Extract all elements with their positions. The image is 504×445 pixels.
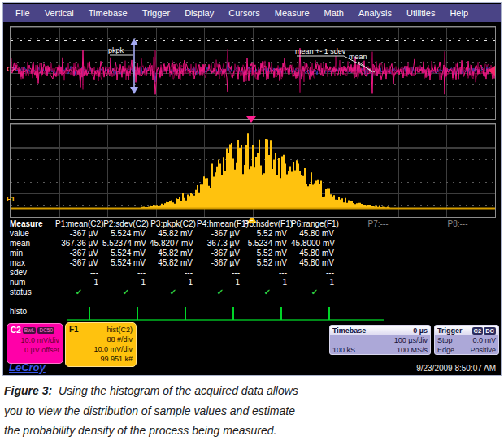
measure-value-p1: -367 µV <box>55 229 102 239</box>
document-page: FileVerticalTimebaseTriggerDisplayCursor… <box>0 0 504 445</box>
measure-col-header-p5: P5:hsdev(F1) <box>244 219 291 229</box>
measure-corner-label: Measure <box>5 219 55 229</box>
measure-max-p4: -367 µV <box>197 258 244 268</box>
caption-line1: Using the histogram of the acquired data… <box>59 384 298 397</box>
histogram-panel[interactable] <box>10 123 496 218</box>
trigger-box[interactable]: Trigger C2 DC Stop 0.0 mV Edge Positive <box>434 325 499 355</box>
timebase-per-div: 100 µs/div <box>394 335 428 345</box>
timebase-samples: 100 kS <box>332 345 355 355</box>
trigger-coupling-badge: DC <box>484 327 496 335</box>
measure-status-p6: ✔ <box>291 287 338 297</box>
measure-row-label-num: num <box>5 278 55 287</box>
measure-col-header-p1: P1:mean(C2) <box>55 219 102 229</box>
c2-trace-label: C2 <box>7 65 16 73</box>
menu-bar: FileVerticalTimebaseTriggerDisplayCursor… <box>3 4 501 22</box>
c2-descriptor-box[interactable]: C2 BwL DC50 10.0 mV/div 0 µV offset <box>7 323 63 364</box>
menu-help[interactable]: Help <box>442 8 476 18</box>
measure-min-p2: 5.524 mV <box>102 248 150 258</box>
menu-timebase[interactable]: Timebase <box>81 8 135 18</box>
measure-value-p7 <box>338 229 418 239</box>
measure-mean-p5: 5.5234 mV <box>244 239 291 248</box>
menu-trigger[interactable]: Trigger <box>135 8 177 18</box>
measure-num-p1: 1 <box>55 278 102 287</box>
measure-sdev-p6: --- <box>291 268 338 278</box>
measure-col-header-p7: P7:--- <box>338 219 418 229</box>
measure-mean-p2: 5.52374 mV <box>102 239 150 248</box>
measure-table: MeasureP1:mean(C2)P2:sdev(C2)P3:pkpk(C2)… <box>5 219 497 297</box>
measure-status-p7 <box>338 287 418 297</box>
measure-num-p5: 1 <box>244 278 291 287</box>
measure-status-p4: ✔ <box>197 287 244 297</box>
menu-utilities[interactable]: Utilities <box>399 8 442 18</box>
measure-row-label-sdev: sdev <box>5 268 55 278</box>
trigger-source-badge: C2 <box>472 327 484 335</box>
measure-num-p6: 1 <box>291 278 338 287</box>
measure-num-p8 <box>418 278 497 287</box>
menu-vertical[interactable]: Vertical <box>37 8 81 18</box>
menu-cursors[interactable]: Cursors <box>221 8 267 18</box>
f1-bin-scale: 88 #/div <box>69 335 133 344</box>
measure-mean-p1: -367.36 µV <box>55 239 102 248</box>
caption-line3: the probability density of the process b… <box>4 421 386 441</box>
menu-analysis[interactable]: Analysis <box>351 8 399 18</box>
measure-min-p5: 5.52 mV <box>244 248 291 258</box>
f1-descriptor-box[interactable]: F1 hist(C2) 88 #/div 10.0 mV/div 99.951 … <box>65 322 137 367</box>
measure-row-label-status: status <box>5 287 55 297</box>
measure-min-p3: 45.82 mV <box>150 248 197 258</box>
lecroy-logo: LeCroy <box>9 361 46 374</box>
oscilloscope-screenshot: FileVerticalTimebaseTriggerDisplayCursor… <box>2 2 502 376</box>
measure-status-p2: ✔ <box>102 287 150 297</box>
histo-sparklines <box>3 304 501 323</box>
measure-status-p1: ✔ <box>55 287 102 297</box>
timebase-rate: 100 MS/s <box>397 345 428 355</box>
menu-measure[interactable]: Measure <box>267 8 317 18</box>
c2-label: C2 <box>11 326 21 335</box>
measure-mean-p3: 45.8207 mV <box>150 239 197 248</box>
measure-sdev-p8 <box>418 268 497 278</box>
menu-display[interactable]: Display <box>177 8 221 18</box>
f1-function: hist(C2) <box>106 325 133 335</box>
measure-min-p4: -367 µV <box>197 248 244 258</box>
measure-sdev-p7 <box>338 268 418 278</box>
menu-math[interactable]: Math <box>317 8 351 18</box>
measure-mean-p6: 45.8000 mV <box>291 239 338 248</box>
measure-value-p8 <box>418 229 497 239</box>
trigger-mode: Stop <box>437 335 453 345</box>
waveform-panel[interactable]: pkpk mean +- 1 sdev mean <box>10 26 496 120</box>
f1-trace-label: F1 <box>7 195 15 203</box>
measure-mean-p8 <box>418 239 497 248</box>
timebase-delay: 0 µs <box>413 326 428 335</box>
measure-max-p6: 45.80 mV <box>291 258 338 268</box>
measure-value-p6: 45.80 mV <box>291 229 338 239</box>
timebase-box[interactable]: Timebase 0 µs 100 µs/div 100 kS 100 MS/s <box>329 325 431 355</box>
measure-value-p2: 5.524 mV <box>102 229 150 239</box>
measure-num-p7 <box>338 278 418 287</box>
measure-col-header-p2: P2:sdev(C2) <box>102 219 150 229</box>
timestamp: 9/23/2009 8:50:07 AM <box>416 364 496 373</box>
f1-h-scale: 10.0 mV/div <box>69 344 133 354</box>
c2-scale: 10.0 mV/div <box>11 335 59 345</box>
trigger-slope: Positive <box>470 345 496 355</box>
caption-line2: you to view the distribution of sample v… <box>4 401 386 421</box>
measure-col-header-p8: P8:--- <box>418 219 497 229</box>
measure-max-p2: 5.524 mV <box>102 258 150 268</box>
measure-sdev-p5: --- <box>244 268 291 278</box>
measure-max-p8 <box>418 258 497 268</box>
measure-status-p5: ✔ <box>244 287 291 297</box>
measure-value-p5: 5.52 mV <box>244 229 291 239</box>
measure-status-p3: ✔ <box>150 287 197 297</box>
measure-max-p3: 45.82 mV <box>150 258 197 268</box>
measure-min-p1: -367 µV <box>55 248 102 258</box>
measure-row-label-max: max <box>5 258 55 268</box>
c2-bwl-badge: BwL <box>23 327 37 334</box>
menu-file[interactable]: File <box>8 8 37 18</box>
measure-num-p2: 1 <box>102 278 150 287</box>
measure-min-p7 <box>338 248 418 258</box>
trigger-title: Trigger <box>437 326 463 335</box>
trigger-kind: Edge <box>437 345 454 355</box>
f1-histogram-trace <box>11 124 495 217</box>
caption-label: Figure 3: <box>4 384 52 397</box>
measure-row-label-value: value <box>5 229 55 239</box>
f1-population: 99.951 k# <box>69 354 133 364</box>
measure-sdev-p4: --- <box>197 268 244 278</box>
